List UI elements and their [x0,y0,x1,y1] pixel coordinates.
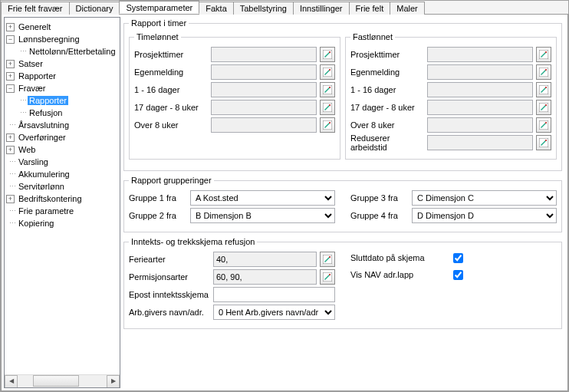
edit-button[interactable] [536,47,551,62]
legend-inntekts: Inntekts- og trekkskjema refusjon [129,237,257,246]
nav-tree[interactable]: +Generelt −Lønnsberegning ⋯Nettolønn/Ett… [4,17,120,388]
input-17-8u-f[interactable] [427,100,533,115]
tab-frie-felt[interactable]: Frie felt [349,2,391,15]
checkbox-sluttdato[interactable] [453,253,463,263]
tree-item-rapporter[interactable]: ⋯Rapporter [6,94,118,107]
leaf-icon: ⋯ [6,207,17,215]
expand-icon[interactable]: + [6,60,15,68]
edit-button[interactable] [320,64,335,80]
expand-icon[interactable]: + [6,72,15,81]
input-over8u-t[interactable] [211,117,317,133]
collapse-icon[interactable]: − [6,84,15,93]
svg-rect-23 [329,256,331,258]
input-feriearter[interactable] [213,252,317,267]
svg-rect-17 [545,104,547,106]
edit-icon [323,103,332,112]
expand-icon[interactable]: + [6,23,15,31]
select-gruppe2[interactable]: B Dimensjon B [190,208,335,223]
leaf-icon: ⋯ [17,109,28,117]
scroll-right-icon[interactable]: ▶ [107,375,120,388]
legend-timelonnet: Timelønnet [134,32,181,41]
tree-item-rapporter-top[interactable]: +Rapporter [6,70,118,82]
edit-button[interactable] [320,82,335,97]
edit-button[interactable] [320,117,335,133]
input-egenmelding-t[interactable] [211,64,317,80]
input-reduserer-f[interactable] [427,135,533,150]
tree-item-akkumulering[interactable]: ⋯Akkumulering [6,168,118,180]
legend-grupperinger: Rapport grupperinger [129,176,214,185]
edit-button[interactable] [536,64,551,80]
tree-item-kopiering[interactable]: ⋯Kopiering [6,217,118,229]
edit-button[interactable] [536,82,551,97]
leaf-icon: ⋯ [17,97,28,104]
edit-button[interactable] [536,135,551,150]
expand-icon[interactable]: + [6,146,15,154]
edit-button[interactable] [320,47,335,62]
tree-item-servitor[interactable]: ⋯Servitørlønn [6,180,118,193]
label-gruppe3: Gruppe 3 fra [350,193,412,203]
input-permisjon[interactable] [213,269,317,285]
tree-item-nettolonn[interactable]: ⋯Nettolønn/Etterbetaling [6,45,118,58]
tree-hscrollbar[interactable]: ◀ ▶ [5,374,120,387]
tree-item-arsavslutning[interactable]: ⋯Årsavslutning [6,119,118,131]
input-1-16-t[interactable] [211,82,317,97]
tree-item-varsling[interactable]: ⋯Varsling [6,156,118,168]
tree-item-bedriftskontering[interactable]: +Bedriftskontering [6,193,118,205]
label-gruppe4: Gruppe 4 fra [350,211,412,220]
tree-item-refusjon[interactable]: ⋯Refusjon [6,107,118,119]
edit-icon [323,272,332,282]
tab-maler[interactable]: Maler [390,2,425,15]
leaf-icon: ⋯ [6,183,17,190]
input-17-8u-t[interactable] [211,100,317,115]
expand-icon[interactable]: + [6,195,15,203]
input-1-16-f[interactable] [427,82,533,97]
scroll-thumb[interactable] [33,375,79,387]
tree-item-lonnsberegning[interactable]: −Lønnsberegning [6,33,118,45]
svg-rect-9 [329,122,331,124]
input-prosjekttimer-f[interactable] [427,47,533,62]
input-prosjekttimer-t[interactable] [211,47,317,62]
form-area: Rapport i timer Timelønnet Prosjekttimer… [120,17,565,388]
edit-icon [539,138,548,147]
edit-icon [539,68,548,77]
expand-icon[interactable]: + [6,133,15,142]
checkbox-visnav[interactable] [453,270,463,280]
edit-icon [323,85,332,94]
select-gruppe3[interactable]: C Dimensjon C [412,190,557,206]
group-rapport-timer: Rapport i timer Timelønnet Prosjekttimer… [123,18,562,171]
select-arbgiver[interactable]: 0 Hent Arb.givers navn/adr [213,305,335,320]
svg-rect-7 [329,104,331,106]
select-gruppe1[interactable]: A Kost.sted [190,190,335,206]
tree-item-fravaer[interactable]: −Fravær [6,82,118,94]
input-over8u-f[interactable] [427,117,533,133]
label-egenmelding-f: Egenmelding [350,68,427,77]
svg-rect-3 [329,69,331,71]
content-pane: +Generelt −Lønnsberegning ⋯Nettolønn/Ett… [1,14,568,391]
edit-button[interactable] [536,117,551,133]
tab-systemparameter[interactable]: Systemparameter [119,1,199,14]
tab-fakta[interactable]: Fakta [199,2,234,15]
edit-button[interactable] [320,252,335,267]
select-gruppe4[interactable]: D Dimensjon D [412,208,557,223]
tree-item-web[interactable]: +Web [6,143,118,156]
tree-item-frie-parametre[interactable]: ⋯Frie parametre [6,205,118,217]
tab-dictionary[interactable]: Dictionary [69,2,120,15]
label-over8u-t: Over 8 uker [134,120,211,130]
input-epost[interactable] [213,287,335,302]
tree-item-overforinger[interactable]: +Overføringer [6,131,118,143]
tab-innstillinger[interactable]: Innstillinger [293,2,350,15]
tree-item-generelt[interactable]: +Generelt [6,21,118,33]
edit-button[interactable] [320,100,335,115]
edit-icon [539,103,548,112]
tree-item-satser[interactable]: +Satser [6,58,118,70]
input-egenmelding-f[interactable] [427,64,533,80]
svg-rect-25 [329,274,331,275]
leaf-icon: ⋯ [6,219,17,227]
collapse-icon[interactable]: − [6,35,15,44]
label-epost: Epost inntektsskjema [129,290,213,299]
edit-button[interactable] [320,269,335,285]
scroll-left-icon[interactable]: ◀ [5,375,18,388]
tab-frie-felt-fravaer[interactable]: Frie felt fravær [1,2,70,15]
edit-button[interactable] [536,100,551,115]
tab-tabellstyring[interactable]: Tabellstyring [233,2,294,15]
